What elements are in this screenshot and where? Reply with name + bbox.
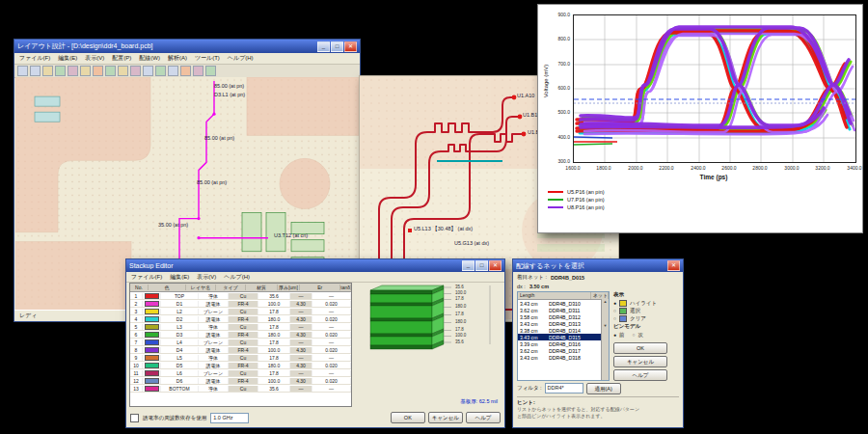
net-list-item[interactable]: 3.58 cm DDR4B_D312 [518, 313, 609, 320]
menu-item[interactable]: 表示(V) [197, 273, 216, 282]
dialog-button[interactable]: キャンセル [428, 412, 463, 423]
filter-input[interactable]: DDR4* [545, 383, 583, 393]
toolbar-icon[interactable] [80, 66, 91, 76]
layer-color-swatch[interactable] [145, 370, 159, 376]
menu-item[interactable]: 解析(A) [168, 54, 187, 63]
toolbar-icon[interactable] [193, 66, 203, 76]
net-length: 3.62 cm [518, 308, 549, 313]
toolbar-icon[interactable] [55, 66, 66, 76]
stackup-table[interactable]: No.色レイヤ名タイプ材質厚み[um]Ertanδ 1 TOP 導体 Cu 35… [129, 283, 352, 407]
menu-item[interactable]: 配置(P) [112, 54, 131, 63]
dialog-button[interactable]: OK [613, 342, 667, 354]
legend-line-sample [548, 191, 563, 193]
pcb-editor-titlebar[interactable]: レイアウト設計 - [D:\design\ddr4_board.pcb] _ □… [14, 40, 360, 53]
list-scrollbar[interactable]: ▲▼ [601, 299, 609, 380]
menu-item[interactable]: ヘルプ(H) [228, 54, 254, 63]
layer-color-swatch[interactable] [145, 332, 159, 338]
layer-color-swatch[interactable] [145, 324, 159, 330]
net-list-item[interactable]: 3.43 cm DDR4B_D315 [518, 334, 609, 340]
net-list-item[interactable]: 3.38 cm DDR4B_D314 [518, 327, 609, 334]
dialog-button[interactable]: ヘルプ [613, 369, 667, 381]
stackup-row[interactable]: 7 L4 プレーン Cu 17.8 — — [130, 339, 351, 346]
layer-color-cell [143, 324, 161, 330]
toolbar-icon[interactable] [17, 66, 28, 76]
eye-diagram-plot[interactable] [573, 14, 856, 163]
close-button[interactable]: ✕ [489, 260, 502, 271]
stackup-row[interactable]: 13 BOTTOM 導体 Cu 35.6 — — [130, 385, 351, 393]
stackup-row[interactable]: 9 L5 導体 Cu 17.8 — — [130, 354, 351, 362]
net-list[interactable]: Lengthネット 3.43 cm DDR4B_D310 3.62 cm DDR… [517, 291, 610, 381]
minimize-button[interactable]: _ [317, 41, 330, 52]
stackup-row[interactable]: 3 L2 プレーン Cu 17.8 — — [130, 308, 351, 315]
menu-item[interactable]: 編集(E) [58, 54, 77, 63]
menu-item[interactable]: 表示(V) [85, 54, 104, 63]
stackup-row[interactable]: 4 D2 誘電体 FR-4 180.0 4.30 0.020 [130, 315, 351, 323]
toolbar-icon[interactable] [155, 66, 166, 76]
close-button[interactable]: ✕ [667, 260, 680, 271]
layer-name: D3 [161, 332, 199, 338]
stackup-row[interactable]: 8 D4 誘電体 FR-4 100.0 4.30 0.020 [130, 346, 351, 354]
layer-color-swatch[interactable] [145, 339, 159, 345]
radio-option[interactable]: ● 前 [613, 331, 625, 339]
toolbar-icon[interactable] [168, 66, 178, 76]
layer-color-swatch[interactable] [145, 301, 159, 307]
dialog-titlebar[interactable]: 配線するネットを選択 ✕ [513, 259, 683, 272]
net-list-item[interactable]: 3.62 cm DDR4B_D311 [518, 307, 609, 313]
dimension-label: 85.00 (at pn) [197, 179, 227, 185]
layer-color-swatch[interactable] [145, 363, 159, 368]
layer-color-swatch[interactable] [145, 386, 159, 392]
radio-option[interactable]: ○ 選択 [613, 307, 679, 314]
layer-color-swatch[interactable] [145, 355, 159, 361]
toolbar-icon[interactable] [130, 66, 141, 76]
stackup-row[interactable]: 12 D6 誘電体 FR-4 100.0 4.30 0.020 [130, 377, 351, 385]
toolbar-icon[interactable] [105, 66, 116, 76]
radio-option[interactable]: ○ 次 [633, 331, 644, 339]
menu-item[interactable]: ヘルプ(H) [224, 273, 250, 282]
toolbar-icon[interactable] [30, 66, 41, 76]
net-list-item[interactable]: 3.39 cm DDR4B_D316 [518, 340, 609, 347]
menu-item[interactable]: 編集(E) [170, 273, 189, 282]
menu-item[interactable]: ファイル(F) [131, 273, 162, 282]
layer-tand: — [312, 355, 351, 361]
toolbar-icon[interactable] [180, 66, 191, 76]
frequency-dependence-checkbox[interactable] [130, 414, 139, 422]
stackup-row[interactable]: 1 TOP 導体 Cu 35.6 — — [130, 292, 351, 300]
stackup-row[interactable]: 6 D3 誘電体 FR-4 180.0 4.30 0.020 [130, 331, 351, 339]
radio-label: 次 [638, 332, 644, 339]
maximize-button[interactable]: □ [475, 260, 488, 271]
stackup-row[interactable]: 5 L3 導体 Cu 17.8 — — [130, 323, 351, 331]
layer-thickness: 17.8 [258, 355, 290, 361]
net-list-item[interactable]: 3.62 cm DDR4B_D317 [518, 347, 609, 354]
radio-option[interactable]: ○ クリア [613, 314, 679, 322]
menu-item[interactable]: ツール(T) [195, 54, 220, 63]
dialog-button[interactable]: キャンセル [613, 356, 667, 367]
toolbar-icon[interactable] [93, 66, 103, 76]
toolbar-icon[interactable] [143, 66, 153, 76]
toolbar-icon[interactable] [205, 66, 216, 76]
net-list-item[interactable]: 3.43 cm DDR4B_D318 [518, 354, 609, 361]
stackup-titlebar[interactable]: Stackup Editor _ □ ✕ [126, 259, 504, 272]
toolbar-icon[interactable] [118, 66, 128, 76]
menu-item[interactable]: ファイル(F) [19, 54, 50, 63]
frequency-input[interactable]: 1.0 GHz [210, 413, 249, 423]
layer-color-swatch[interactable] [145, 378, 159, 384]
menu-item[interactable]: 配線(W) [139, 54, 160, 63]
layer-color-swatch[interactable] [145, 309, 159, 314]
toolbar-icon[interactable] [42, 66, 53, 76]
stackup-row[interactable]: 11 L6 プレーン Cu 17.8 — — [130, 369, 351, 377]
dialog-button[interactable]: ヘルプ [466, 412, 501, 423]
layer-color-swatch[interactable] [145, 316, 159, 322]
radio-option[interactable]: ● ハイライト [613, 299, 679, 307]
apply-button[interactable]: 適用(A) [586, 383, 621, 394]
close-button[interactable]: ✕ [344, 41, 357, 52]
layer-color-swatch[interactable] [145, 347, 159, 353]
maximize-button[interactable]: □ [331, 41, 343, 52]
toolbar-icon[interactable] [68, 66, 78, 76]
net-list-item[interactable]: 3.43 cm DDR4B_D313 [518, 320, 609, 327]
minimize-button[interactable]: _ [462, 260, 475, 271]
stackup-row[interactable]: 10 D5 誘電体 FR-4 180.0 4.30 0.020 [130, 362, 351, 369]
stackup-row[interactable]: 2 D1 誘電体 FR-4 100.0 4.30 0.020 [130, 300, 351, 308]
layer-color-swatch[interactable] [145, 293, 159, 299]
net-list-item[interactable]: 3.43 cm DDR4B_D310 [518, 300, 609, 307]
dialog-button[interactable]: OK [391, 412, 425, 423]
